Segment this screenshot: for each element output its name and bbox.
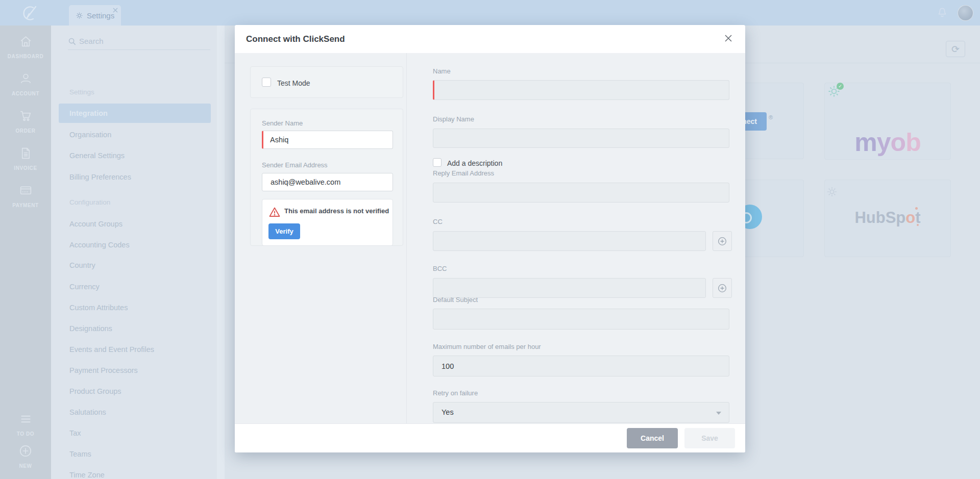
rail-item-new[interactable]: NEW bbox=[0, 444, 51, 469]
sidebar-item-account-groups[interactable]: Account Groups bbox=[51, 214, 217, 234]
sidebar-item-designations[interactable]: Designations bbox=[51, 319, 217, 338]
modal-body: Test Mode Sender Name Sender Email Addre… bbox=[235, 53, 745, 423]
test-mode-label: Test Mode bbox=[277, 79, 310, 87]
cc-add-icon[interactable] bbox=[713, 231, 732, 251]
myob-logo: myob bbox=[824, 104, 951, 181]
cc-label: CC bbox=[433, 218, 443, 225]
sidebar-item-time-zone[interactable]: Time Zone bbox=[51, 465, 217, 479]
retry-on-failure-select[interactable]: Yes bbox=[433, 402, 729, 423]
refresh-icon[interactable]: ⟳ bbox=[946, 41, 965, 57]
plus-circle-icon bbox=[0, 444, 51, 458]
name-field[interactable] bbox=[433, 80, 729, 100]
search-input[interactable] bbox=[79, 33, 199, 48]
rail-item-payment[interactable]: PAYMENT bbox=[0, 184, 51, 208]
rail-item-label: PAYMENT bbox=[0, 203, 51, 208]
sidebar-item-payment-processors[interactable]: Payment Processors bbox=[51, 361, 217, 380]
test-mode-checkbox[interactable] bbox=[262, 78, 271, 87]
email-not-verified-box: This email address is not verified Verif… bbox=[262, 199, 393, 246]
rail-item-label: ACCOUNT bbox=[0, 91, 51, 96]
connect-clicksend-modal: Connect with ClickSend Test Mode Sender … bbox=[235, 25, 745, 452]
chevron-down-icon bbox=[716, 412, 721, 415]
modal-footer: Cancel Save bbox=[235, 423, 745, 452]
verify-button[interactable]: Verify bbox=[268, 223, 300, 239]
sender-card: Sender Name Sender Email Address This em… bbox=[250, 109, 403, 246]
topbar: Settings bbox=[0, 0, 980, 26]
menu-section-settings: Settings bbox=[51, 83, 217, 102]
cancel-button[interactable]: Cancel bbox=[627, 428, 678, 448]
credit-card-icon bbox=[0, 184, 51, 197]
bcc-add-icon[interactable] bbox=[713, 278, 732, 298]
sidebar-item-product-groups[interactable]: Product Groups bbox=[51, 382, 217, 401]
display-name-field[interactable] bbox=[433, 129, 729, 148]
save-button[interactable]: Save bbox=[684, 428, 735, 448]
max-emails-field[interactable] bbox=[433, 356, 729, 376]
icon-rail: DASHBOARD ACCOUNT ORDER bbox=[0, 26, 51, 479]
reply-email-field[interactable] bbox=[433, 183, 729, 203]
sidebar-item-general-settings[interactable]: General Settings bbox=[51, 146, 217, 165]
tab-settings-label: Settings bbox=[87, 11, 114, 20]
retry-selected-value: Yes bbox=[442, 408, 454, 416]
modal-column-divider bbox=[406, 53, 407, 423]
default-subject-label: Default Subject bbox=[433, 296, 478, 304]
cart-icon bbox=[0, 109, 51, 123]
search-icon bbox=[68, 37, 77, 46]
sidebar-item-events-profiles[interactable]: Events and Event Profiles bbox=[51, 340, 217, 359]
add-description-label: Add a description bbox=[447, 159, 502, 167]
email-not-verified-text: This email address is not verified bbox=[284, 207, 389, 215]
sidebar-item-custom-attributes[interactable]: Custom Attributes bbox=[51, 298, 217, 317]
rail-item-order[interactable]: ORDER bbox=[0, 109, 51, 134]
hubspot-logo: HubSpot bbox=[824, 180, 951, 256]
rail-item-dashboard[interactable]: DASHBOARD bbox=[0, 35, 51, 59]
app-root: Settings DASHBOARD bbox=[0, 0, 980, 479]
rail-item-account[interactable]: ACCOUNT bbox=[0, 72, 51, 96]
registered-trademark: ® bbox=[769, 114, 773, 120]
default-subject-field[interactable] bbox=[433, 309, 729, 330]
todo-list-icon bbox=[0, 412, 51, 426]
close-icon[interactable] bbox=[724, 34, 733, 43]
menu-section-configuration: Configuration bbox=[51, 193, 217, 212]
sidebar-item-currency[interactable]: Currency bbox=[51, 277, 217, 296]
tab-settings[interactable]: Settings bbox=[69, 5, 121, 26]
rail-item-label: DASHBOARD bbox=[0, 54, 51, 59]
reply-email-label: Reply Email Address bbox=[433, 169, 494, 177]
app-logo-icon bbox=[19, 5, 42, 21]
settings-menu-panel: Settings Integration Organisation Genera… bbox=[51, 26, 217, 479]
sidebar-item-salutations[interactable]: Salutations bbox=[51, 402, 217, 422]
sender-name-label: Sender Name bbox=[262, 119, 303, 127]
bcc-field[interactable] bbox=[433, 278, 706, 298]
notifications-bell-icon[interactable] bbox=[936, 7, 948, 19]
sender-name-field[interactable] bbox=[262, 131, 393, 149]
sidebar-item-country[interactable]: Country bbox=[51, 256, 217, 275]
max-emails-label: Maximum number of emails per hour bbox=[433, 343, 541, 350]
rail-item-todo[interactable]: TO DO bbox=[0, 412, 51, 437]
add-description-checkbox[interactable] bbox=[433, 158, 442, 167]
name-label: Name bbox=[433, 67, 451, 75]
warning-triangle-icon bbox=[268, 206, 281, 218]
account-icon bbox=[0, 72, 51, 86]
menu-scrollbar-track[interactable] bbox=[217, 26, 225, 479]
rail-item-label: INVOICE bbox=[0, 165, 51, 171]
invoice-icon bbox=[0, 146, 51, 160]
sidebar-item-organisation[interactable]: Organisation bbox=[51, 125, 217, 144]
tab-close-icon[interactable] bbox=[112, 7, 118, 13]
rail-item-label: TO DO bbox=[0, 431, 51, 437]
search-underline bbox=[68, 49, 210, 50]
home-icon bbox=[0, 35, 51, 48]
sidebar-item-teams[interactable]: Teams bbox=[51, 444, 217, 464]
sender-email-field[interactable] bbox=[262, 173, 393, 191]
rail-item-label: NEW bbox=[0, 463, 51, 469]
rail-item-label: ORDER bbox=[0, 128, 51, 134]
bcc-label: BCC bbox=[433, 265, 447, 272]
sidebar-item-integration[interactable]: Integration bbox=[59, 104, 211, 123]
user-avatar[interactable] bbox=[958, 5, 973, 21]
hubspot-sprocket-o: o bbox=[905, 209, 915, 227]
sidebar-item-accounting-codes[interactable]: Accounting Codes bbox=[51, 235, 217, 255]
sidebar-item-tax[interactable]: Tax bbox=[51, 423, 217, 443]
sidebar-item-billing-preferences[interactable]: Billing Preferences bbox=[51, 167, 217, 187]
cc-field[interactable] bbox=[433, 231, 706, 251]
retry-on-failure-label: Retry on failure bbox=[433, 389, 478, 397]
rail-item-invoice[interactable]: INVOICE bbox=[0, 146, 51, 171]
connected-check-icon: ✓ bbox=[837, 83, 844, 90]
display-name-label: Display Name bbox=[433, 115, 474, 123]
sender-email-label: Sender Email Address bbox=[262, 161, 328, 169]
